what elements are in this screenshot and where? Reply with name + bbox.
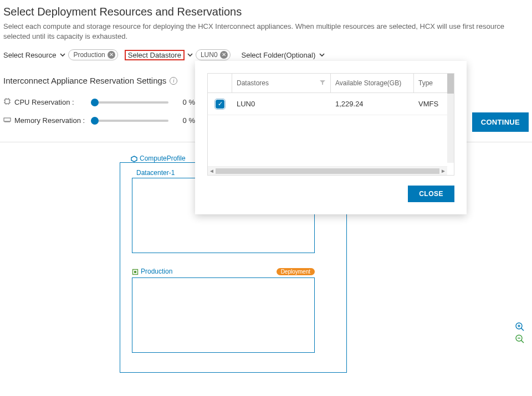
select-datastore-label: Select Datastore — [127, 50, 182, 60]
resource-chip[interactable]: Production ✕ — [68, 49, 117, 60]
select-folder-group[interactable]: Select Folder(Optional) — [241, 50, 326, 60]
chip-label: LUN0 — [201, 51, 218, 59]
col-type[interactable]: Type — [414, 74, 447, 92]
svg-rect-17 — [134, 271, 136, 273]
resource-icon — [132, 268, 139, 275]
cpu-icon — [3, 97, 11, 107]
row-name: LUN0 — [232, 93, 331, 115]
info-icon[interactable]: i — [170, 77, 177, 85]
selectors-row: Select Resource Production ✕ Select Data… — [0, 49, 532, 60]
row-checkbox-cell: ✓ — [208, 93, 232, 115]
cpu-reservation-label: CPU Reservation : — [14, 98, 74, 106]
zoom-out-button[interactable] — [514, 333, 525, 344]
chevron-down-icon[interactable] — [59, 52, 66, 58]
table-body-empty — [208, 115, 447, 166]
datastore-dropdown-panel: Datastores Available Storage(GB) Type ✓ … — [195, 61, 467, 214]
production-label: Production — [132, 268, 172, 275]
horizontal-scrollbar[interactable]: ◄ ► — [208, 166, 447, 175]
cpu-reservation-value: 0 % — [173, 98, 195, 106]
deployment-badge: Deployment — [277, 268, 315, 275]
settings-title-text: Interconnect Appliance Reservation Setti… — [3, 76, 166, 85]
table-header: Datastores Available Storage(GB) Type — [208, 74, 447, 93]
dropdown-footer: CLOSE — [207, 186, 454, 202]
select-resource-label: Select Resource — [2, 50, 57, 60]
memory-reservation-label: Memory Reservation : — [14, 116, 85, 125]
col-checkbox — [208, 74, 232, 92]
memory-reservation-slider[interactable] — [91, 120, 168, 122]
chevron-down-icon[interactable] — [187, 52, 193, 58]
row-checkbox[interactable]: ✓ — [216, 100, 224, 109]
scroll-left-icon[interactable]: ◄ — [209, 168, 214, 174]
col-available[interactable]: Available Storage(GB) — [331, 74, 414, 92]
zoom-controls — [514, 321, 525, 344]
memory-icon — [3, 116, 11, 125]
compute-profile-text: ComputeProfile — [140, 155, 186, 162]
datastore-chip[interactable]: LUN0 ✕ — [196, 49, 231, 60]
datacenter-label: Datacenter-1 — [136, 169, 175, 177]
datastore-table: Datastores Available Storage(GB) Type ✓ … — [207, 73, 454, 176]
select-datastore-highlight: Select Datastore — [125, 50, 185, 60]
select-resource-group[interactable]: Select Resource Production ✕ — [2, 49, 118, 60]
filter-icon[interactable] — [319, 79, 326, 88]
scrollbar-thumb[interactable] — [447, 74, 454, 94]
svg-marker-15 — [131, 156, 137, 162]
svg-rect-9 — [4, 118, 11, 121]
page-description: Select each compute and storage resource… — [0, 20, 532, 49]
table-row[interactable]: ✓ LUN0 1,229.24 VMFS — [208, 93, 447, 115]
zoom-in-button[interactable] — [514, 321, 525, 332]
hexagon-icon — [131, 155, 137, 162]
continue-button[interactable]: CONTINUE — [472, 112, 529, 132]
svg-line-19 — [521, 328, 524, 331]
production-box — [132, 277, 315, 353]
page-title: Select Deployment Resources and Reservat… — [0, 0, 532, 20]
vertical-scrollbar[interactable] — [447, 74, 454, 163]
production-text: Production — [141, 268, 172, 275]
close-button[interactable]: CLOSE — [408, 186, 454, 202]
close-icon[interactable]: ✕ — [108, 51, 115, 59]
svg-rect-0 — [5, 99, 9, 104]
select-datastore-group[interactable]: Select Datastore LUN0 ✕ — [125, 49, 231, 60]
col-datastores-label: Datastores — [237, 79, 269, 87]
scroll-right-icon[interactable]: ► — [441, 168, 446, 174]
scrollbar-thumb[interactable] — [216, 168, 439, 174]
cpu-reservation-slider[interactable] — [91, 101, 168, 104]
col-datastores[interactable]: Datastores — [232, 74, 331, 92]
slider-thumb[interactable] — [91, 117, 99, 125]
slider-thumb[interactable] — [91, 99, 99, 106]
row-available: 1,229.24 — [331, 93, 414, 115]
svg-line-23 — [521, 341, 524, 343]
compute-profile-label: ComputeProfile — [131, 155, 186, 162]
chip-label: Production — [73, 51, 105, 59]
memory-reservation-value: 0 % — [173, 116, 195, 125]
close-icon[interactable]: ✕ — [220, 51, 228, 59]
row-type: VMFS — [414, 93, 447, 115]
chevron-down-icon[interactable] — [319, 52, 325, 58]
select-folder-label: Select Folder(Optional) — [241, 50, 317, 60]
